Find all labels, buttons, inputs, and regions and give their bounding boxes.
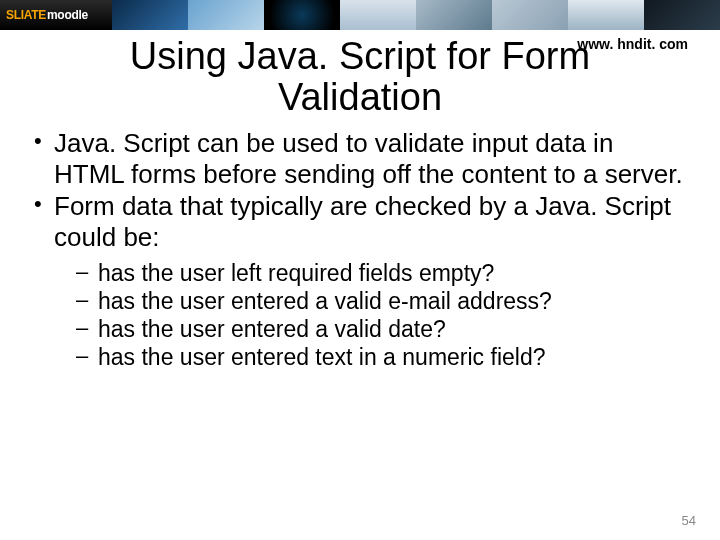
banner-cell bbox=[188, 0, 264, 30]
banner-collage bbox=[112, 0, 720, 30]
slide: SLIATE moodle www. hndit. com Using Java… bbox=[0, 0, 720, 540]
header-url: www. hndit. com bbox=[577, 36, 688, 52]
sub-bullet-item: has the user entered a valid date? bbox=[76, 315, 690, 343]
sub-bullet-item: has the user entered a valid e-mail addr… bbox=[76, 287, 690, 315]
banner-cell bbox=[492, 0, 568, 30]
title-row: www. hndit. com Using Java. Script for F… bbox=[0, 36, 720, 118]
sub-bullet-item: has the user left required fields empty? bbox=[76, 259, 690, 287]
bullet-item: Java. Script can be used to validate inp… bbox=[30, 128, 690, 189]
brand-text-suffix: moodle bbox=[47, 8, 88, 22]
page-number: 54 bbox=[682, 513, 696, 528]
bullet-text: Form data that typically are checked by … bbox=[54, 191, 671, 252]
slide-body: Java. Script can be used to validate inp… bbox=[0, 118, 720, 371]
sub-bullet-list: has the user left required fields empty?… bbox=[76, 259, 690, 371]
bullet-item: Form data that typically are checked by … bbox=[30, 191, 690, 371]
banner-cell bbox=[340, 0, 416, 30]
top-banner: SLIATE moodle bbox=[0, 0, 720, 30]
banner-cell bbox=[568, 0, 644, 30]
banner-cell bbox=[416, 0, 492, 30]
banner-cell bbox=[264, 0, 340, 30]
banner-cell bbox=[112, 0, 188, 30]
brand-text-prefix: SLIATE bbox=[6, 8, 46, 22]
banner-cell bbox=[644, 0, 720, 30]
brand-logo: SLIATE moodle bbox=[0, 0, 112, 30]
bullet-list: Java. Script can be used to validate inp… bbox=[30, 128, 690, 371]
sub-bullet-item: has the user entered text in a numeric f… bbox=[76, 343, 690, 371]
